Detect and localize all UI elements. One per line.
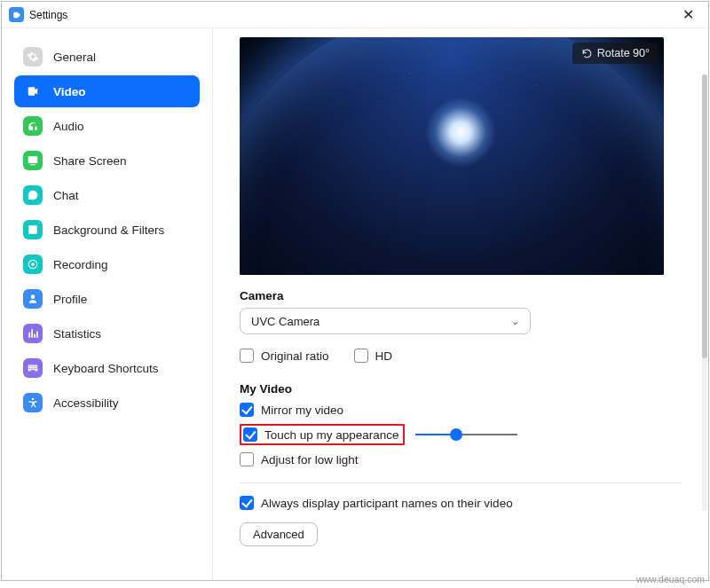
svg-point-2 [32,398,34,400]
sidebar-item-general[interactable]: General [14,41,200,73]
sidebar-item-label: Video [53,85,86,98]
profile-icon [23,289,43,309]
touchup-highlight: Touch up my appearance [240,424,405,445]
touchup-label: Touch up my appearance [264,428,399,442]
lowlight-checkbox[interactable] [240,452,254,466]
keyboard-icon [23,358,43,378]
participant-names-label: Always display participant names on thei… [261,497,513,510]
share-screen-icon [23,151,43,170]
svg-point-1 [31,263,35,266]
watermark: www.deuaq.com [636,574,705,584]
sidebar-item-label: Accessibility [53,396,119,410]
rotate-icon [581,48,593,59]
lowlight-label: Adjust for low light [261,453,359,466]
sidebar-item-label: Keyboard Shortcuts [53,362,159,375]
sidebar-item-label: Chat [53,189,79,202]
sidebar-item-label: Statistics [53,327,101,341]
titlebar: Settings ✕ [2,2,708,28]
mirror-video-label: Mirror my video [261,404,343,417]
statistics-icon [23,324,43,343]
sidebar-item-label: Share Screen [53,154,127,168]
sidebar-item-label: Background & Filters [53,223,164,237]
sidebar: General Video Audio Share Screen Chat Ba [2,28,213,580]
hd-checkbox[interactable] [354,349,368,363]
background-icon [23,220,43,239]
sidebar-item-share-screen[interactable]: Share Screen [14,145,200,176]
app-icon [9,7,24,22]
sidebar-item-label: Audio [53,120,84,133]
sidebar-item-label: General [53,51,96,64]
sidebar-item-label: Profile [53,293,87,306]
sidebar-item-chat[interactable]: Chat [14,179,200,211]
sidebar-item-background-filters[interactable]: Background & Filters [14,214,200,246]
close-button[interactable]: ✕ [675,3,701,27]
video-icon [23,82,43,101]
sidebar-item-accessibility[interactable]: Accessibility [14,387,200,419]
headphones-icon [23,116,43,136]
window-title: Settings [29,9,67,21]
touchup-slider[interactable] [415,427,517,442]
original-ratio-label: Original ratio [261,349,329,363]
my-video-section-title: My Video [240,382,682,396]
advanced-button[interactable]: Advanced [240,522,318,546]
touchup-checkbox[interactable] [243,427,257,442]
sidebar-item-recording[interactable]: Recording [14,248,200,280]
scrollbar-thumb[interactable] [702,74,707,358]
hd-label: HD [375,349,393,363]
slider-thumb[interactable] [450,428,462,441]
original-ratio-checkbox[interactable] [240,349,254,363]
chevron-down-icon: ⌄ [511,316,519,327]
accessibility-icon [23,393,43,412]
rotate-label: Rotate 90° [597,47,650,59]
content-panel: Rotate 90° Camera UVC Camera ⌄ Original … [213,28,708,580]
rotate-button[interactable]: Rotate 90° [572,43,659,64]
camera-selected-value: UVC Camera [251,315,320,328]
sidebar-item-video[interactable]: Video [14,75,200,107]
divider [240,482,682,483]
chat-icon [23,185,43,205]
camera-section-title: Camera [240,289,682,302]
mirror-video-checkbox[interactable] [240,403,254,417]
gear-icon [23,47,43,67]
sidebar-item-audio[interactable]: Audio [14,110,200,142]
sidebar-item-profile[interactable]: Profile [14,283,200,315]
settings-window: Settings ✕ General Video Audio Share Scr… [1,1,709,581]
participant-names-checkbox[interactable] [240,496,254,510]
camera-select[interactable]: UVC Camera ⌄ [240,308,531,334]
recording-icon [23,255,43,274]
sidebar-item-label: Recording [53,258,108,271]
sidebar-item-statistics[interactable]: Statistics [14,318,200,349]
video-preview: Rotate 90° [240,37,664,275]
sidebar-item-keyboard-shortcuts[interactable]: Keyboard Shortcuts [14,352,200,384]
